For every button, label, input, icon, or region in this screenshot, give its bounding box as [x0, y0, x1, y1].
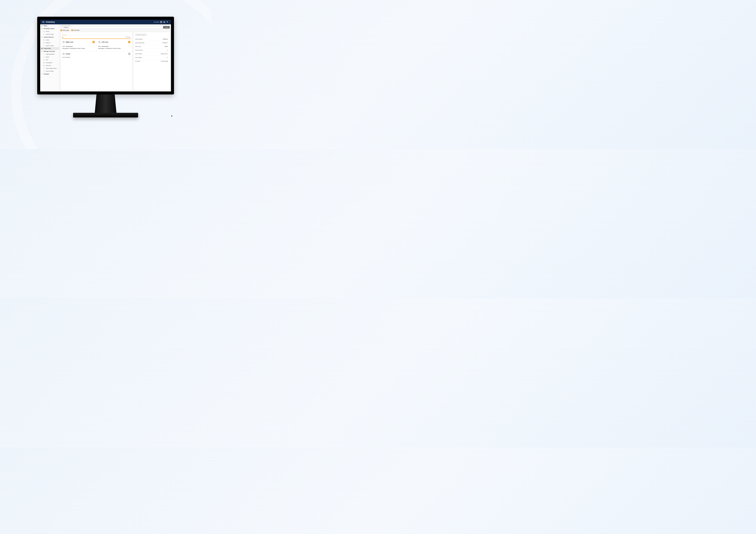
- sidebar-collapse-toggle[interactable]: ‹: [40, 75, 59, 79]
- scan-opc-label: Scan OPC: [62, 35, 67, 36]
- sidebar-item-vr-reasons[interactable]: Reasons: [40, 42, 59, 44]
- left-lens-desc: Description: LSOMOSPSV 0700 70 SRC: [98, 47, 131, 49]
- order-info-label: Order Number: [135, 39, 143, 40]
- order-info-label: Order Warehouse: [135, 42, 144, 43]
- credit-card-icon: [41, 28, 43, 29]
- svg-rect-6: [165, 22, 165, 22]
- status-pending-icon: [93, 41, 95, 43]
- return-box-icon: [41, 36, 43, 38]
- scan-button[interactable]: SCAN: [125, 36, 131, 38]
- svg-rect-3: [165, 21, 165, 22]
- export-icon: [43, 68, 45, 69]
- svg-point-32: [64, 54, 64, 54]
- svg-rect-11: [41, 26, 42, 26]
- sidebar-item-po-export-formats[interactable]: Export Formats: [40, 33, 59, 36]
- svg-rect-17: [43, 40, 44, 41]
- sidebar: SKUs Purchase Orders Orders Export Forma…: [40, 24, 59, 92]
- pick-lenses-checkbox[interactable]: Pick Lenses: [61, 30, 69, 31]
- order-info-row: Order StatusV: [133, 56, 170, 59]
- search-icon: [43, 59, 45, 61]
- svg-point-31: [63, 54, 64, 54]
- sigma-icon: [43, 65, 45, 66]
- picks-card: Scan OPC ➡ SCAN R: [61, 32, 132, 90]
- sidebar-item-label: Adjust Quantities: [46, 54, 55, 55]
- lens-badge-left: L: [98, 41, 100, 43]
- right-lens-title: Right Lens: [66, 41, 73, 43]
- sidebar-item-eoq-calc[interactable]: EOQ Calc: [40, 64, 59, 67]
- sidebar-item-po-orders[interactable]: Orders: [40, 30, 59, 33]
- svg-rect-1: [164, 21, 164, 22]
- checkbox-label: Pick Frame: [73, 30, 79, 31]
- sidebar-item-transactions[interactable]: Transactions: [40, 61, 59, 64]
- order-info-value: DEFAULT: [163, 42, 168, 43]
- left-lens-opc: OPC: 0620200055: [98, 45, 131, 47]
- sidebar-item-frame-pick[interactable]: Frame Pick: [40, 47, 59, 50]
- sidebar-item-label: EOQ Calc: [46, 65, 51, 66]
- monitor-bezel: Inventory 07:33:00 A SKUs: [37, 17, 174, 95]
- sidebar-item-label: Import Usage History: [46, 68, 57, 69]
- sidebar-item-label: Import: [46, 56, 49, 58]
- sidebar-item-purchase-orders[interactable]: Purchase Orders: [40, 27, 59, 30]
- order-info-row: Order WarehouseDEFAULT: [133, 41, 170, 44]
- order-info-label: Order Tray: [135, 46, 141, 47]
- app-header: Inventory 07:33:00 A: [40, 20, 171, 24]
- scan-opc-input[interactable]: [64, 37, 124, 38]
- sidebar-item-frame-transfer[interactable]: Frame Transfer: [40, 70, 59, 72]
- sidebar-item-import[interactable]: Import: [40, 56, 59, 58]
- sidebar-item-vr-orders[interactable]: Orders: [40, 39, 59, 42]
- search-icon: [61, 27, 63, 28]
- sidebar-item-find[interactable]: Find: [40, 58, 59, 61]
- monitor-stand-base: [73, 113, 138, 118]
- order-info-label: Order Status: [135, 57, 142, 58]
- svg-rect-15: [43, 31, 44, 32]
- order-info-label: Order Account: [135, 49, 143, 51]
- pick-checkboxes: Pick Lenses Pick Frame: [59, 29, 171, 32]
- sidebar-item-label: Export Formats: [46, 45, 54, 46]
- pick-frame-checkbox[interactable]: Pick Frame: [71, 30, 79, 31]
- svg-point-18: [43, 42, 44, 43]
- export-icon: [43, 45, 45, 46]
- svg-rect-2: [164, 21, 165, 22]
- sidebar-item-label: Vendor Returns: [44, 36, 54, 38]
- sidebar-item-label: Find: [46, 59, 48, 60]
- order-info-value: 00006: [165, 46, 168, 47]
- submit-scans-button[interactable]: SUBMIT SCANS: [135, 34, 147, 36]
- user-avatar[interactable]: A: [160, 21, 162, 23]
- svg-rect-12: [41, 26, 42, 26]
- svg-rect-4: [164, 22, 164, 22]
- status-pending-icon: [128, 41, 130, 43]
- shield-check-icon: [41, 48, 43, 49]
- right-lens-block: R Right Lens OPC: 0620200055 Description…: [61, 40, 96, 51]
- bell-icon[interactable]: [166, 21, 168, 23]
- order-search-field[interactable]: [61, 26, 162, 29]
- monitor-camera-dot: [171, 116, 172, 117]
- sidebar-item-label: Orders: [46, 31, 49, 32]
- status-not-required-icon: [128, 53, 130, 55]
- svg-rect-13: [41, 28, 42, 29]
- order-info-row: Order Account1: [133, 48, 170, 52]
- sidebar-item-skus[interactable]: SKUs: [40, 24, 59, 27]
- order-info-card: SUBMIT SCANS Order Number10000016Order W…: [133, 32, 170, 90]
- sidebar-item-label: Purchase Orders: [44, 28, 54, 29]
- order-search-input[interactable]: [64, 27, 161, 28]
- order-info-row: Order Number10000016: [133, 37, 170, 41]
- download-icon: [43, 56, 45, 58]
- sidebar-item-label: Frame Pick: [44, 48, 51, 49]
- apps-grid-icon[interactable]: [163, 21, 165, 23]
- sidebar-item-adjust-quantities[interactable]: Adjust Quantities: [40, 53, 59, 56]
- export-icon: [43, 34, 45, 35]
- order-info-row: Order Tray00006: [133, 44, 170, 48]
- left-lens-title: Left Lens: [102, 41, 108, 43]
- sidebar-item-label: SKUs: [44, 25, 47, 27]
- sidebar-item-import-usage-history[interactable]: Import Usage History: [40, 67, 59, 70]
- order-info-label: Job Type: [135, 61, 140, 62]
- sidebar-item-manage-inventory[interactable]: Manage Inventory: [40, 50, 59, 53]
- arrow-right-icon: ➡: [62, 37, 63, 38]
- clear-button[interactable]: CLEAR: [163, 26, 170, 29]
- sidebar-item-label: Reasons: [46, 42, 50, 43]
- frame-note: None Required: [62, 57, 130, 58]
- check-circle-icon: [43, 42, 45, 43]
- sidebar-item-vr-export-formats[interactable]: Export Formats: [40, 44, 59, 47]
- sidebar-item-vendor-returns[interactable]: Vendor Returns: [40, 36, 59, 39]
- sidebar-item-settings[interactable]: Settings: [40, 72, 59, 75]
